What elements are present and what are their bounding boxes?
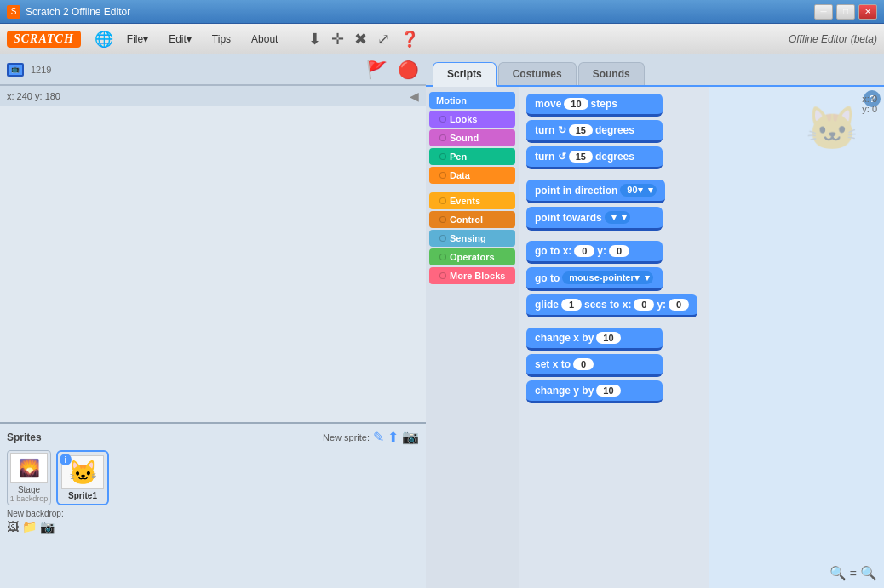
block-change-x[interactable]: change x by 10 [526,328,663,351]
category-data[interactable]: Data [429,167,515,184]
fullscreen-icon[interactable]: ✖ [354,30,367,49]
workspace-cat-icon: 🐱 [806,104,858,153]
change-y-input[interactable]: 10 [596,385,620,397]
move-steps-input[interactable]: 10 [564,98,588,110]
category-looks[interactable]: Looks [429,111,515,128]
zoom-in-button[interactable]: 🔍 [860,565,877,581]
set-x-input[interactable]: 0 [573,358,594,370]
change-x-input[interactable]: 10 [596,332,620,344]
motion-label: Motion [436,95,467,106]
more-blocks-label: More Blocks [450,271,505,281]
close-button[interactable]: ✕ [858,4,877,20]
stage-thumbnail[interactable]: 🌄 Stage 1 backdrop [7,450,51,505]
go-to-dropdown[interactable]: mouse-pointer▾ [562,271,652,284]
paint-backdrop-button[interactable]: 🖼 [7,520,19,534]
paint-new-sprite-button[interactable]: ✎ [373,429,384,445]
stop-button[interactable]: 🔴 [398,60,419,80]
zoom-equal[interactable]: = [850,567,857,580]
help-icon[interactable]: ❓ [400,30,419,49]
category-operators[interactable]: Operators [429,248,515,265]
block-go-to-xy[interactable]: go to x: 0 y: 0 [526,241,663,264]
upload-backdrop-button[interactable]: 📁 [22,520,37,534]
menu-file[interactable]: File▾ [120,30,155,49]
upload-icon[interactable]: ⬇ [308,30,321,49]
block-turn-cw[interactable]: turn ↻ 15 degrees [526,120,663,143]
resize-icon[interactable]: ⤢ [377,30,390,49]
upload-sprite-button[interactable]: ⬆ [387,429,399,445]
zoom-out-button[interactable]: 🔍 [829,565,847,581]
window-controls: ─ □ ✕ [814,4,877,20]
glide-x-input[interactable]: 0 [634,299,654,311]
sprite1-name: Sprite1 [68,491,97,500]
sprite-info-button[interactable]: i [60,454,72,465]
tab-sounds[interactable]: Sounds [578,62,645,85]
zoom-controls: 🔍 = 🔍 [829,565,877,581]
stage-thumb-name: Stage [18,485,40,494]
block-turn-ccw[interactable]: turn ↺ 15 degrees [526,146,663,169]
category-events[interactable]: Events [429,192,515,209]
turn-ccw-input[interactable]: 15 [569,151,593,163]
crosshair-icon[interactable]: ✛ [331,30,344,49]
looks-dot [439,116,446,123]
blocks-panel: Motion Looks Sound Pen Data [426,87,884,588]
block-change-y[interactable]: change y by 10 [526,380,663,403]
menu-about[interactable]: About [244,30,284,49]
camera-sprite-button[interactable]: 📷 [402,429,419,445]
green-flag-button[interactable]: 🚩 [366,60,387,80]
minimize-button[interactable]: ─ [814,4,833,20]
workspace-y: y: 0 [862,104,877,114]
tab-scripts[interactable]: Scripts [433,62,497,87]
menu-edit[interactable]: Edit▾ [162,30,198,49]
maximize-button[interactable]: □ [836,4,855,20]
stage-thumb-canvas: 🌄 [10,453,48,483]
scroll-handle[interactable]: ◀ [410,89,419,103]
sprites-title: Sprites [7,431,323,443]
towards-dropdown[interactable]: ▾ [605,211,630,224]
menu-bar: SCRATCH 🌐 File▾ Edit▾ Tips About ⬇ ✛ ✖ ⤢… [0,24,884,54]
category-sound[interactable]: Sound [429,129,515,146]
app-icon: S [7,5,20,19]
pen-label: Pen [450,151,467,162]
data-label: Data [450,170,470,180]
stage-section: 📺 1219 🚩 🔴 [0,54,426,422]
camera-backdrop-button[interactable]: 📷 [40,520,55,534]
sprites-list: 🌄 Stage 1 backdrop i 🐱 Sprite1 [7,450,419,505]
scratch-logo: SCRATCH [7,31,81,48]
title-bar: S Scratch 2 Offline Editor ─ □ ✕ [0,0,884,24]
operators-label: Operators [450,252,495,262]
looks-label: Looks [450,114,477,124]
block-move-steps[interactable]: move 10 steps [526,94,663,117]
menu-tips[interactable]: Tips [205,30,238,49]
block-glide[interactable]: glide 1 secs to x: 0 y: 0 [526,294,697,317]
stage-thumb-sublabel: 1 backdrop [10,494,49,503]
glide-y-input[interactable]: 0 [669,299,689,311]
goto-x-input[interactable]: 0 [574,245,594,257]
sound-label: Sound [450,133,479,143]
operators-dot [439,254,446,260]
block-set-x[interactable]: set x to 0 [526,354,663,377]
block-point-direction[interactable]: point in direction 90▾ [526,180,665,203]
block-point-towards[interactable]: point towards ▾ [526,207,663,231]
block-go-to[interactable]: go to mouse-pointer▾ [526,267,663,291]
category-control[interactable]: Control [429,211,515,228]
backdrop-buttons: 🖼 📁 📷 [7,520,419,534]
direction-dropdown[interactable]: 90▾ [620,184,656,197]
sound-dot [439,134,446,141]
category-sensing[interactable]: Sensing [429,230,515,247]
sprite1-thumbnail[interactable]: i 🐱 Sprite1 [56,450,109,505]
category-more-blocks[interactable]: More Blocks [429,267,515,284]
glide-secs-input[interactable]: 1 [561,299,582,311]
scripts-tabs: Scripts Costumes Sounds [426,54,884,87]
category-pen[interactable]: Pen [429,148,515,165]
control-dot [439,216,446,223]
stage-monitor-label: 1219 [31,65,51,75]
events-label: Events [450,196,480,206]
pen-dot [439,153,446,160]
globe-icon[interactable]: 🌐 [95,30,113,49]
turn-cw-input[interactable]: 15 [569,124,593,136]
left-panel: 📺 1219 🚩 🔴 [0,54,426,588]
goto-y-input[interactable]: 0 [609,245,629,257]
tab-costumes[interactable]: Costumes [498,62,577,85]
menu-icons: ⬇ ✛ ✖ ⤢ ❓ [308,30,419,49]
category-motion[interactable]: Motion [429,92,515,109]
